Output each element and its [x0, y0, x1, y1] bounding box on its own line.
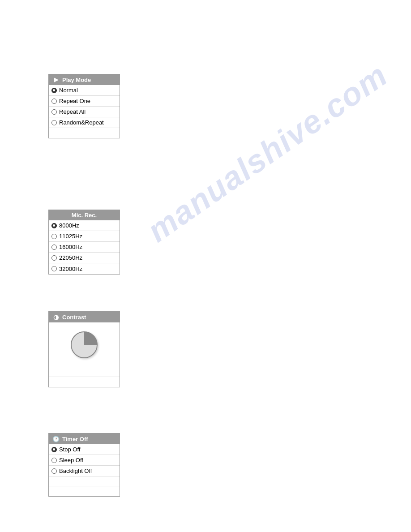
- radio-normal[interactable]: [51, 88, 57, 93]
- option-label: Sleep Off: [59, 457, 83, 463]
- option-label: Repeat One: [59, 98, 90, 104]
- contrast-pie-chart[interactable]: [71, 331, 98, 358]
- list-item[interactable]: 16000Hz: [49, 242, 120, 253]
- list-item[interactable]: Repeat One: [49, 96, 120, 107]
- radio-repeat-all[interactable]: [51, 109, 57, 115]
- timer-off-icon: [52, 435, 60, 442]
- timer-off-header: Timer Off: [49, 433, 120, 444]
- radio-sleep-off[interactable]: [51, 458, 57, 463]
- option-label: 32000Hz: [59, 266, 82, 272]
- option-label: Normal: [59, 87, 78, 94]
- radio-stop-off[interactable]: [51, 447, 57, 452]
- timer-off-title: Timer Off: [62, 436, 88, 442]
- list-item[interactable]: Normal: [49, 85, 120, 96]
- contrast-icon: [52, 313, 60, 321]
- empty-row: [49, 377, 120, 387]
- empty-row: [49, 128, 120, 138]
- list-item[interactable]: 8000Hz: [49, 220, 120, 231]
- radio-32000hz[interactable]: [51, 266, 57, 271]
- empty-row: [49, 486, 120, 496]
- empty-row: [49, 367, 120, 377]
- list-item[interactable]: Sleep Off: [49, 455, 120, 466]
- option-label: 22050Hz: [59, 254, 82, 261]
- option-label: 16000Hz: [59, 244, 82, 250]
- play-mode-icon: [52, 76, 60, 83]
- play-mode-title: Play Mode: [62, 77, 91, 83]
- watermark: manualshive.com: [141, 56, 394, 249]
- contrast-header: Contrast: [49, 312, 120, 322]
- list-item[interactable]: Backlight Off: [49, 466, 120, 476]
- play-mode-widget: Play Mode Normal Repeat One Repeat All R…: [48, 74, 120, 138]
- list-item[interactable]: 11025Hz: [49, 231, 120, 242]
- mic-rec-widget: Mic. Rec. 8000Hz 11025Hz 16000Hz 22050Hz…: [48, 210, 120, 275]
- option-label: Stop Off: [59, 446, 80, 453]
- radio-random-repeat[interactable]: [51, 120, 57, 125]
- mic-rec-title: Mic. Rec.: [72, 212, 97, 219]
- radio-16000hz[interactable]: [51, 245, 57, 250]
- mic-rec-header: Mic. Rec.: [49, 210, 120, 220]
- list-item[interactable]: Stop Off: [49, 444, 120, 455]
- timer-off-widget: Timer Off Stop Off Sleep Off Backlight O…: [48, 433, 120, 497]
- radio-22050hz[interactable]: [51, 255, 57, 261]
- option-label: 11025Hz: [59, 233, 82, 240]
- list-item[interactable]: Random&Repeat: [49, 117, 120, 128]
- contrast-title: Contrast: [62, 314, 86, 321]
- option-label: 8000Hz: [59, 222, 79, 229]
- contrast-widget: Contrast: [48, 311, 120, 387]
- contrast-body: [49, 322, 120, 367]
- play-mode-header: Play Mode: [49, 74, 120, 85]
- list-item[interactable]: 32000Hz: [49, 263, 120, 274]
- option-label: Random&Repeat: [59, 119, 104, 126]
- list-item[interactable]: 22050Hz: [49, 253, 120, 263]
- radio-repeat-one[interactable]: [51, 99, 57, 104]
- option-label: Repeat All: [59, 108, 86, 115]
- list-item[interactable]: Repeat All: [49, 107, 120, 117]
- radio-11025hz[interactable]: [51, 234, 57, 239]
- radio-8000hz[interactable]: [51, 223, 57, 228]
- empty-row: [49, 476, 120, 486]
- radio-backlight-off[interactable]: [51, 468, 57, 474]
- option-label: Backlight Off: [59, 468, 92, 474]
